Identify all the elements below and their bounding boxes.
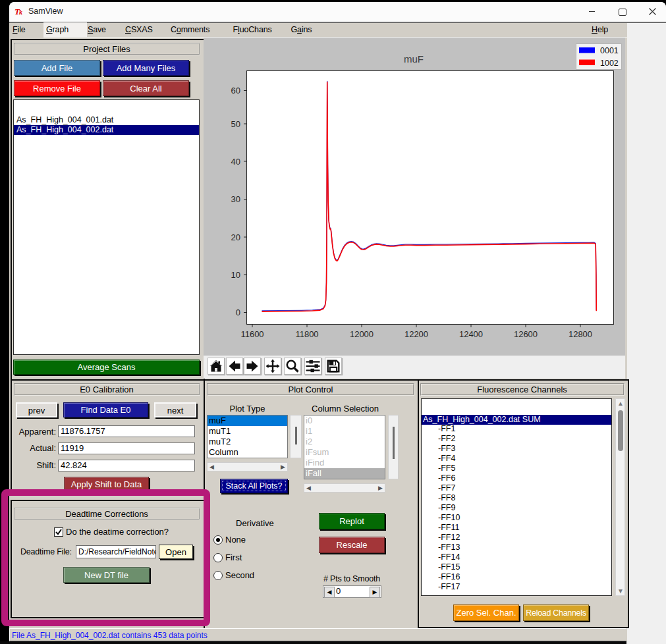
svg-text:1002: 1002 [600,59,619,68]
svg-text:12800: 12800 [569,329,592,339]
svg-text:muF: muF [404,53,424,65]
svg-text:20: 20 [231,232,240,242]
svg-text:0: 0 [236,308,240,317]
svg-text:30: 30 [231,194,240,204]
svg-text:40: 40 [231,157,240,167]
svg-text:60: 60 [231,86,240,95]
svg-text:12000: 12000 [350,329,374,339]
svg-text:11600: 11600 [240,329,264,339]
svg-text:10: 10 [231,270,240,280]
svg-text:50: 50 [231,119,240,129]
svg-text:k: k [19,9,22,16]
svg-text:11800: 11800 [295,329,318,339]
svg-text:0001: 0001 [600,46,619,55]
svg-text:12400: 12400 [459,329,483,339]
svg-text:12200: 12200 [404,329,428,339]
svg-text:12600: 12600 [514,329,538,339]
